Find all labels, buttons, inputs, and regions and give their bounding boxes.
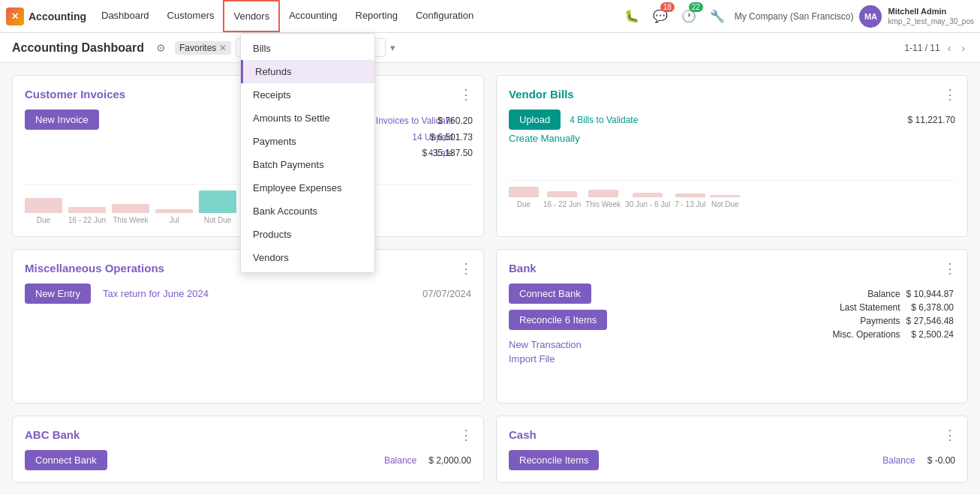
vb-label-7jul: 7 - 13 Jul	[675, 200, 705, 208]
customer-invoices-menu-icon[interactable]: ⋮	[459, 86, 473, 103]
vb-label-due: Due	[517, 200, 531, 208]
vb-chart-bar-notdue	[710, 195, 740, 197]
app-name: Accounting	[29, 10, 86, 22]
tax-return-date: 07/07/2024	[422, 288, 471, 299]
tasks-btn[interactable]: 🕐 22	[678, 5, 700, 28]
chart-label-jul: Jul	[170, 216, 179, 224]
chart-bar-due	[25, 198, 62, 213]
chart-bar-jul	[155, 209, 193, 213]
search-dropdown-icon[interactable]: ▾	[390, 42, 395, 53]
cash-menu-icon[interactable]: ⋮	[943, 427, 957, 443]
bank-stats: Balance $ 10,944.87 Last Statement $ 6,3…	[830, 287, 957, 341]
company-label[interactable]: My Company (San Francisco)	[735, 11, 854, 22]
new-entry-button[interactable]: New Entry	[25, 284, 91, 304]
app-logo[interactable]: ✕ Accounting	[6, 8, 86, 26]
tax-return-link[interactable]: Tax return for June 2024	[103, 288, 209, 299]
nav-item-dashboard[interactable]: Dashboard	[92, 0, 158, 32]
balance-label: Balance	[830, 287, 903, 301]
vb-chart-bar-week	[588, 190, 618, 197]
misc-ops-val: $ 2,500.24	[903, 328, 957, 341]
logo-icon: ✕	[6, 8, 24, 26]
cash-balance-val: $ -0.00	[927, 455, 955, 466]
vendor-bills-card: Vendor Bills ⋮ Upload 4 Bills to Validat…	[496, 75, 968, 237]
vendor-menu-receipts[interactable]: Receipts	[241, 83, 374, 106]
user-db: kmp_2_test_may_30_pos	[888, 16, 974, 26]
pagination-text: 1-11 / 11	[904, 43, 939, 53]
page-title: Accounting Dashboard	[12, 41, 144, 55]
new-invoice-button[interactable]: New Invoice	[25, 110, 99, 130]
vendors-dropdown: Bills Refunds Receipts Amounts to Settle…	[240, 33, 375, 273]
settings-gear-icon[interactable]: ⚙	[156, 42, 166, 54]
user-info[interactable]: Mitchell Admin kmp_2_test_may_30_pos	[888, 6, 974, 26]
prev-page-btn[interactable]: ‹	[945, 40, 954, 56]
vendor-menu-bills[interactable]: Bills	[241, 37, 374, 60]
cash-title: Cash	[509, 428, 955, 441]
misc-ops-menu-icon[interactable]: ⋮	[459, 260, 473, 277]
vb-chart-bar-7jul	[675, 194, 705, 197]
invoice-amount-3: $ -35,187.50	[422, 146, 473, 162]
vendor-menu-products[interactable]: Products	[241, 223, 374, 246]
bug-icon-btn[interactable]: 🐛	[621, 5, 643, 28]
vendor-menu-refunds[interactable]: Refunds	[241, 60, 374, 83]
abc-connect-bank-button[interactable]: Connect Bank	[25, 450, 107, 470]
vendor-menu-vendors[interactable]: Vendors	[241, 246, 374, 269]
vendor-bills-menu-icon[interactable]: ⋮	[943, 86, 957, 103]
vendor-menu-bank-accounts[interactable]: Bank Accounts	[241, 200, 374, 223]
favorites-close-icon[interactable]: ✕	[219, 43, 227, 53]
bank-menu-icon[interactable]: ⋮	[943, 260, 957, 277]
last-statement-label: Last Statement	[830, 301, 903, 314]
messages-btn[interactable]: 💬 18	[649, 5, 672, 28]
next-page-btn[interactable]: ›	[958, 40, 968, 56]
nav-item-customers[interactable]: Customers	[158, 0, 224, 32]
cash-reconcile-button[interactable]: Reconcile Items	[509, 450, 599, 470]
abc-bank-card: ABC Bank ⋮ Connect Bank Balance $ 2,000.…	[12, 416, 484, 483]
pagination: 1-11 / 11 ‹ ›	[904, 40, 968, 56]
nav-item-vendors[interactable]: Vendors	[223, 0, 280, 32]
nav-item-accounting[interactable]: Accounting	[280, 0, 346, 32]
vb-chart-bar-30jun	[633, 193, 663, 197]
chart-bar-thisweek	[112, 204, 149, 213]
nav-item-reporting[interactable]: Reporting	[347, 0, 407, 32]
vb-label-30jun: 30 Jun - 6 Jul	[625, 200, 670, 208]
payments-val: $ 27,546.48	[903, 314, 957, 328]
upload-button[interactable]: Upload	[509, 110, 561, 130]
vendor-menu-employee-expenses[interactable]: Employee Expenses	[241, 176, 374, 200]
vendor-menu-amounts-to-settle[interactable]: Amounts to Settle	[241, 106, 374, 130]
abc-bank-title: ABC Bank	[25, 428, 471, 441]
misc-ops-label: Misc. Operations	[830, 328, 903, 341]
vb-chart-bar-due	[509, 187, 539, 197]
connect-bank-button[interactable]: Connect Bank	[509, 284, 591, 304]
bank-card: Bank ⋮ Connect Bank Reconcile 6 Items Ne…	[496, 249, 968, 404]
abc-balance-val: $ 2,000.00	[428, 455, 471, 466]
secondbar: Accounting Dashboard ⚙ Favorites ✕ ▾ 1-1…	[0, 33, 980, 63]
create-manually-link[interactable]: Create Manually	[509, 133, 955, 144]
vendor-bills-chart: Due 16 - 22 Jun This Week 30 Jun - 6 Jul…	[509, 180, 955, 208]
vb-chart-bar-16	[547, 191, 577, 197]
favorites-label: Favorites	[179, 43, 216, 53]
chart-bar-notdue	[199, 190, 236, 213]
vb-label-week: This Week	[585, 200, 621, 208]
vendor-menu-payments[interactable]: Payments	[241, 130, 374, 153]
payments-label: Payments	[830, 314, 903, 328]
abc-bank-menu-icon[interactable]: ⋮	[459, 427, 473, 443]
messages-badge: 18	[660, 2, 675, 12]
main-content: Customer Invoices ⋮ New Invoice 3 Invoic…	[0, 63, 980, 495]
reconcile-button[interactable]: Reconcile 6 Items	[509, 310, 607, 330]
invoice-amount-2: $ 6,501.73	[422, 130, 473, 146]
avatar[interactable]: MA	[859, 5, 882, 28]
topnav-right: 🐛 💬 18 🕐 22 🔧 My Company (San Francisco)…	[621, 5, 974, 28]
nav-item-configuration[interactable]: Configuration	[407, 0, 482, 32]
vb-label-16: 16 - 22 Jun	[543, 200, 581, 208]
chart-label-due: Due	[37, 216, 50, 224]
vendor-menu-batch-payments[interactable]: Batch Payments	[241, 153, 374, 176]
nav-items: Dashboard Customers Vendors Accounting R…	[92, 0, 482, 32]
tasks-badge: 22	[689, 2, 703, 12]
settings-icon-btn[interactable]: 🔧	[706, 5, 729, 28]
vendor-bills-amount: $ 11,221.70	[908, 115, 955, 125]
username: Mitchell Admin	[888, 6, 974, 16]
bills-to-validate-link[interactable]: 4 Bills to Validate	[570, 115, 638, 125]
import-file-link[interactable]: Import File	[509, 353, 955, 364]
abc-balance-label: Balance	[384, 455, 416, 466]
chart-label-thisweek: This Week	[113, 216, 149, 224]
chart-label-16-22: 16 - 22 Jun	[68, 216, 106, 224]
